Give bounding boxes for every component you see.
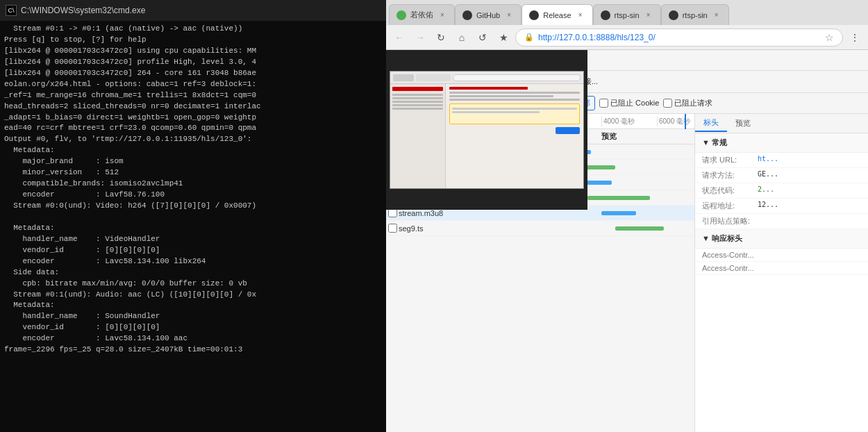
tab-favicon-release [529, 10, 539, 20]
cmd-icon: C\ [6, 5, 17, 16]
secure-icon: 🔒 [524, 33, 534, 42]
detail-response-val [792, 264, 861, 272]
tab-close-rtsp1[interactable]: × [644, 10, 653, 20]
blocked-cookie-label: 已阻止 Cookie [599, 98, 659, 108]
detail-field-val: ht... [758, 155, 861, 165]
detail-response-key: Access-Contr... [702, 264, 792, 272]
timeline-mark: 4000 毫秒 [601, 117, 657, 126]
detail-field-row: 状态代码:2... [695, 183, 868, 199]
timeline-indicator [685, 114, 686, 129]
detail-tab-preview[interactable]: 预览 [727, 115, 759, 131]
detail-field-key: 远程地址: [702, 201, 758, 211]
tab-favicon-ruoyi [397, 10, 406, 20]
detail-field-val: 12... [758, 201, 861, 211]
detail-field-key: 请求 URL: [702, 155, 758, 165]
tab-close-github[interactable]: × [504, 10, 514, 20]
browser-tab-rtsp1[interactable]: rtsp-sin× [593, 4, 661, 25]
thumbnail-overlay [390, 71, 584, 189]
tab-favicon-rtsp2 [669, 10, 678, 20]
detail-field-val: GE... [758, 170, 861, 181]
detail-field-key: 状态代码: [702, 185, 758, 196]
back-button[interactable]: ← [390, 28, 408, 47]
home-button[interactable]: ⌂ [453, 28, 471, 47]
col-header-preview: 预览 [599, 131, 694, 142]
tab-label-github: GitHub [476, 11, 500, 19]
cmd-title: C:\WINDOWS\system32\cmd.exe [21, 6, 145, 15]
tab-label-ruoyi: 若依佑 [410, 10, 433, 20]
browser-tab-github[interactable]: GitHub× [455, 4, 521, 25]
blocked-request-label: 已阻止请求 [663, 98, 712, 108]
row-bar [546, 226, 694, 231]
tab-label-rtsp2: rtsp-sin [683, 11, 708, 19]
detail-field-row: 远程地址:12... [695, 199, 868, 214]
tab-close-ruoyi[interactable]: × [437, 10, 447, 20]
detail-panel-tabs: 标头 预览 [695, 114, 868, 133]
detail-field-row: 请求 URL:ht... [695, 153, 868, 168]
detail-response-row: Access-Contr... [695, 249, 868, 262]
timeline-mark: 6000 毫秒 [657, 117, 694, 126]
tab-close-release[interactable]: × [576, 10, 585, 20]
detail-field-key: 请求方法: [702, 170, 758, 181]
row-bar [546, 210, 694, 216]
detail-field-val: 2... [758, 185, 861, 196]
forward-button[interactable]: → [411, 28, 429, 47]
row-checkbox[interactable] [386, 224, 399, 233]
favorite-icon: ☆ [825, 32, 834, 43]
blocked-cookie-text: 已阻止 Cookie [610, 98, 659, 108]
cmd-window: C\ C:\WINDOWS\system32\cmd.exe Stream #0… [0, 0, 386, 432]
row-bar-inner [615, 226, 664, 231]
row-bar-inner [587, 196, 650, 200]
tab-label-rtsp1: rtsp-sin [615, 11, 640, 19]
address-text: http://127.0.0.1:8888/hls/123_0/ [538, 33, 821, 42]
address-bar[interactable]: 🔒 http://127.0.0.1:8888/hls/123_0/ ☆ [515, 28, 843, 47]
history-back-button[interactable]: ↺ [474, 28, 492, 47]
blocked-request-checkbox[interactable] [663, 99, 672, 108]
cmd-titlebar: C\ C:\WINDOWS\system32\cmd.exe [0, 0, 386, 21]
detail-response-val [792, 251, 861, 259]
browser-toolbar: ← → ↻ ⌂ ↺ ★ 🔒 http://127.0.0.1:8888/hls/… [386, 25, 868, 50]
browser-tabs: 若依佑×GitHub×Release×rtsp-sin×rtsp-sin× [386, 0, 868, 25]
video-preview-area [386, 50, 587, 210]
tab-label-release: Release [543, 11, 571, 19]
browser-tab-ruoyi[interactable]: 若依佑× [389, 4, 455, 25]
tab-close-rtsp2[interactable]: × [712, 10, 721, 20]
row-checkbox-input[interactable] [388, 224, 397, 233]
blocked-cookie-checkbox[interactable] [599, 99, 608, 108]
network-row[interactable]: seg9.ts [386, 221, 694, 236]
blocked-request-text: 已阻止请求 [674, 98, 712, 108]
detail-field-key: 引用站点策略: [702, 216, 758, 226]
detail-field-row: 请求方法:GE... [695, 168, 868, 183]
detail-response-row: Access-Contr... [695, 262, 868, 275]
detail-response-key: Access-Contr... [702, 251, 792, 259]
browser-tab-rtsp2[interactable]: rtsp-sin× [661, 4, 729, 25]
detail-field-val [758, 216, 861, 226]
row-bar-inner [601, 211, 636, 215]
bookmark-button[interactable]: ★ [494, 28, 512, 47]
tab-favicon-rtsp1 [601, 10, 610, 20]
row-name: stream.m3u8 [399, 209, 546, 217]
detail-field-row: 引用站点策略: [695, 214, 868, 229]
cmd-content: Stream #0:1 -> #0:1 (aac (native) -> aac… [0, 21, 386, 432]
tab-favicon-github [462, 10, 472, 20]
reload-button[interactable]: ↻ [432, 28, 450, 47]
browser-tab-release[interactable]: Release× [521, 4, 592, 25]
detail-panel: 标头 预览 ▼ 常规 请求 URL:ht...请求方法:GE...状态代码:2.… [694, 114, 868, 432]
row-name: seg9.ts [399, 224, 546, 233]
settings-button[interactable]: ⋮ [846, 28, 864, 47]
detail-section-response: ▼ 响应标头 [695, 229, 868, 249]
detail-tab-headers[interactable]: 标头 [695, 115, 727, 132]
detail-section-regular: ▼ 常规 [695, 133, 868, 153]
